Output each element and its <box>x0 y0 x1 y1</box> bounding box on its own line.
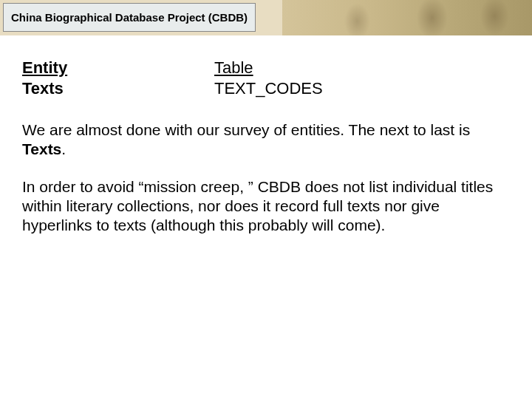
table-column: Table TEXT_CODES <box>214 58 510 98</box>
paragraph-1: We are almost done with our survey of en… <box>22 120 510 160</box>
p1-pre: We are almost done with our survey of en… <box>22 121 470 138</box>
header-banner: China Biographical Database Project (CBD… <box>0 0 532 35</box>
paragraph-2: In order to avoid “mission creep, ” CBDB… <box>22 177 510 236</box>
table-value: TEXT_CODES <box>214 78 510 99</box>
heading-row: Entity Texts Table TEXT_CODES <box>22 58 510 98</box>
entity-label: Entity <box>22 58 214 78</box>
entity-column: Entity Texts <box>22 58 214 98</box>
header-title: China Biographical Database Project (CBD… <box>3 3 256 32</box>
content-area: Entity Texts Table TEXT_CODES We are alm… <box>0 35 532 235</box>
p1-post: . <box>61 140 66 157</box>
p1-bold: Texts <box>22 140 61 157</box>
entity-value: Texts <box>22 78 214 99</box>
table-label: Table <box>214 58 510 78</box>
